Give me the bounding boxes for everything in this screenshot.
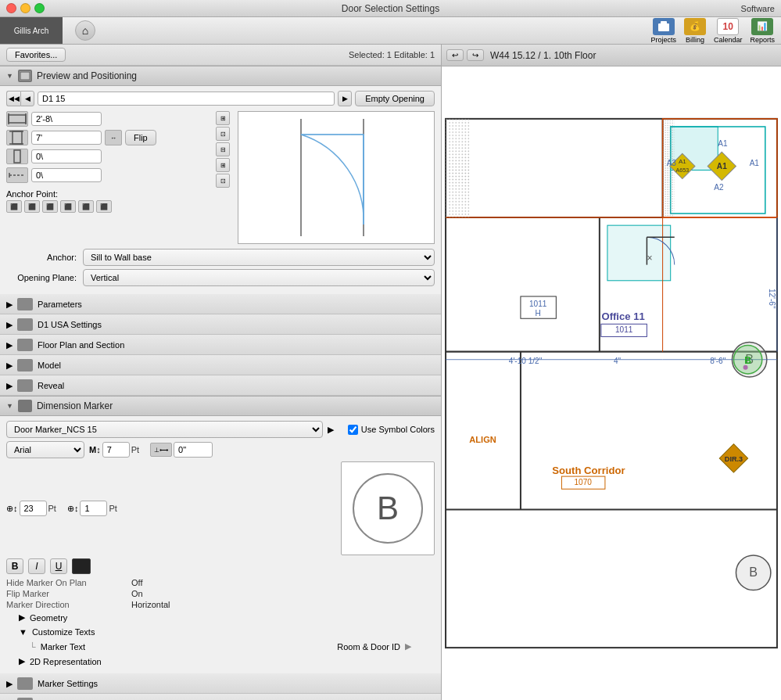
toolbar-home-icon[interactable]: ⌂: [75, 20, 95, 41]
floor-plan-row[interactable]: ▶ Floor Plan and Section: [0, 335, 441, 355]
marker-text-val: Room & Door ID: [337, 642, 400, 652]
toolbar-calendar[interactable]: 10 Calendar: [714, 18, 743, 44]
reveal-row[interactable]: ▶ Reveal: [0, 375, 441, 396]
marker-dropdown[interactable]: Door Marker_NCS 15: [6, 421, 323, 438]
flip-marker-row: Flip Marker On: [6, 588, 435, 599]
offset-input[interactable]: [31, 168, 102, 182]
close-btn[interactable]: [6, 3, 16, 13]
d1-usa-row[interactable]: ▶ D1 USA Settings: [0, 314, 441, 335]
preview-positioning-header[interactable]: ▼ Preview and Positioning: [0, 66, 441, 86]
font-select[interactable]: Arial: [6, 441, 84, 458]
size2-input[interactable]: [20, 501, 47, 516]
model-icon: [17, 359, 33, 372]
font-row: Arial M↕ Pt ⊥⟷: [6, 441, 435, 458]
d1-usa-triangle: ▶: [6, 320, 13, 330]
thickness-input[interactable]: [31, 149, 102, 163]
ctrl-5[interactable]: ⊡: [216, 174, 230, 188]
size3-input[interactable]: [80, 501, 107, 516]
svg-text:1011: 1011: [615, 325, 633, 334]
geometry-label: Geometry: [30, 613, 67, 623]
preview-section-label: Preview and Positioning: [37, 70, 137, 81]
maximize-btn[interactable]: [34, 3, 45, 13]
nav-buttons: ◀◀ ◀: [6, 91, 34, 106]
canvas-back-btn[interactable]: ↩: [446, 49, 464, 61]
hide-marker-key: Hide Marker On Plan: [6, 578, 131, 587]
nav-next-button[interactable]: ▶: [338, 91, 352, 106]
svg-rect-7: [13, 131, 22, 144]
marker-preview-box: B: [341, 461, 435, 555]
param-row-4: [6, 167, 210, 183]
geometry-row[interactable]: ▶ Geometry: [6, 610, 435, 625]
offset-field: ⊥⟷: [150, 442, 213, 458]
marker-settings-triangle: ▶: [6, 679, 13, 689]
favorites-button[interactable]: Favorites...: [6, 48, 66, 62]
svg-text:A653: A653: [676, 167, 690, 173]
parameters-row[interactable]: ▶ Parameters: [0, 294, 441, 314]
svg-rect-25: [607, 225, 671, 281]
flip-button[interactable]: Flip: [125, 130, 156, 145]
anchor-select[interactable]: Sill to Wall base: [83, 249, 435, 266]
anchor-ml[interactable]: ⬛: [60, 200, 76, 213]
underline-button[interactable]: U: [50, 558, 67, 574]
dimension-marker-header[interactable]: ▼ Dimension Marker: [0, 396, 441, 416]
hide-marker-val: Off: [131, 578, 142, 587]
anchor-mc[interactable]: ⬛: [78, 200, 94, 213]
reveal-label: Reveal: [38, 381, 64, 390]
ctrl-1[interactable]: ⊞: [216, 111, 230, 125]
anchor-tl[interactable]: ⬛: [6, 200, 22, 213]
toolbar-reports[interactable]: 📊 Reports: [750, 18, 775, 44]
minimize-btn[interactable]: [20, 3, 30, 13]
anchor-tr[interactable]: ⬛: [42, 200, 58, 213]
bold-button[interactable]: B: [6, 558, 23, 574]
italic-button[interactable]: I: [28, 558, 45, 574]
reports-label: Reports: [750, 36, 775, 44]
customize-texts-row[interactable]: ▼ Customize Texts: [6, 625, 435, 639]
size2-controls: ⊕↕ Pt: [6, 501, 56, 516]
anchor-mr[interactable]: ⬛: [96, 200, 112, 213]
svg-rect-10: [14, 150, 20, 163]
use-symbol-colors-checkbox[interactable]: Use Symbol Colors: [348, 425, 435, 435]
svg-text:1011: 1011: [529, 300, 547, 308]
title-bar: Door Selection Settings Software: [0, 0, 781, 17]
office-label: Office 11: [601, 311, 644, 322]
toolbar-billing[interactable]: 💰 Billing: [684, 18, 706, 44]
font-size-input[interactable]: [102, 442, 130, 458]
canvas-fwd-btn[interactable]: ↪: [467, 49, 484, 61]
param-row-2: ↔ Flip: [6, 130, 210, 145]
listing-labeling-row[interactable]: ▶ Listing and Labeling: [0, 694, 441, 700]
nav-prev-button[interactable]: ◀: [20, 91, 34, 106]
color-swatch[interactable]: [72, 558, 91, 574]
toolbar-projects[interactable]: Projects: [650, 18, 676, 44]
marker-offset-input[interactable]: [174, 442, 213, 458]
svg-text:ALIGN: ALIGN: [469, 435, 496, 444]
2d-representation-row[interactable]: ▶ 2D Representation: [6, 654, 435, 669]
symbol-colors-check[interactable]: [348, 425, 358, 435]
ctrl-2[interactable]: ⊡: [216, 127, 230, 141]
thickness-icon: [6, 149, 28, 164]
width-input[interactable]: [31, 112, 102, 126]
opening-plane-select[interactable]: Vertical: [83, 269, 435, 286]
size3-icon: ⊕↕: [67, 504, 79, 514]
empty-opening-button[interactable]: Empty Opening: [355, 91, 435, 106]
ctrl-4[interactable]: ⊞: [216, 158, 230, 172]
opening-plane-label: Opening Plane:: [6, 273, 77, 282]
marker-direction-val: Horizontal: [131, 600, 170, 609]
svg-text:A1: A1: [750, 159, 760, 167]
marker-settings-row[interactable]: ▶ Marker Settings: [0, 673, 441, 694]
customize-texts-label: Customize Texts: [32, 627, 95, 637]
dm-triangle-icon: ▼: [6, 402, 13, 410]
anchor-tc[interactable]: ⬛: [24, 200, 40, 213]
pt-label-1: Pt: [131, 445, 139, 454]
marker-nav-btn[interactable]: ▶: [328, 425, 343, 435]
offset-icon: [6, 167, 28, 183]
nav-prev-prev-button[interactable]: ◀◀: [6, 91, 20, 106]
height-input[interactable]: [31, 131, 102, 145]
ctrl-3[interactable]: ⊟: [216, 142, 230, 156]
door-name-input[interactable]: [38, 92, 335, 106]
controls-col: ⊞ ⊡ ⊟ ⊞ ⊡: [216, 111, 231, 244]
width-icon: [6, 111, 28, 127]
svg-text:4": 4": [614, 357, 622, 365]
model-row[interactable]: ▶ Model: [0, 355, 441, 375]
selected-status: Selected: 1 Editable: 1: [349, 50, 435, 59]
floor-plan: Office 11 1011 4'-10 1/2" 4" 8'-6" 12'-6…: [442, 66, 781, 700]
